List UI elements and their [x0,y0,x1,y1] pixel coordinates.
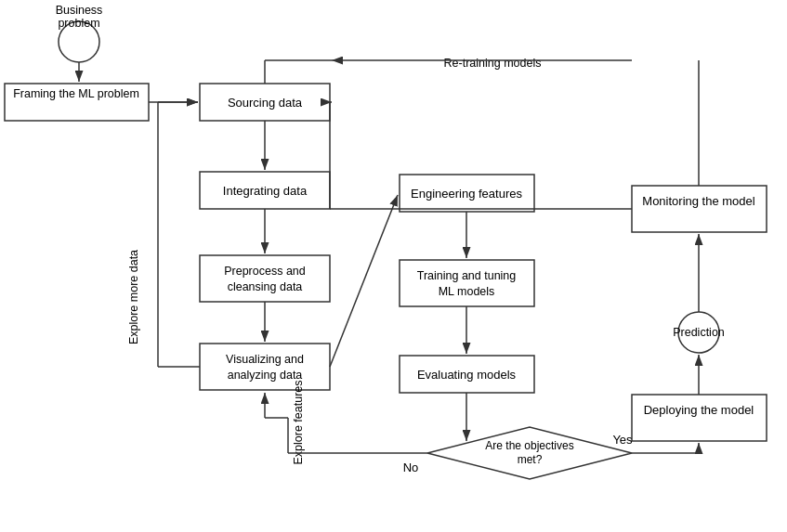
svg-rect-9 [200,255,330,302]
svg-text:Training and tuning: Training and tuning [417,269,517,282]
svg-text:Are the objectives: Are the objectives [485,439,573,452]
svg-text:Deploying the model: Deploying the model [644,403,754,417]
svg-rect-12 [200,344,330,390]
svg-rect-25 [632,186,767,232]
svg-text:Integrating data: Integrating data [223,184,308,198]
svg-text:met?: met? [518,453,543,466]
svg-text:analyzing data: analyzing data [228,369,303,382]
svg-text:Business: Business [56,4,103,17]
svg-text:problem: problem [58,17,99,30]
svg-text:Visualizing and: Visualizing and [226,353,304,366]
svg-text:No: No [403,461,419,474]
svg-text:Evaluating models: Evaluating models [417,368,517,382]
svg-text:Monitoring the model: Monitoring the model [642,194,755,208]
svg-text:cleansing data: cleansing data [228,280,303,293]
diagram-container: Framing the ML problem Sourcing data Int… [0,0,787,532]
svg-text:Framing the ML problem: Framing the ML problem [13,87,139,100]
svg-text:Yes: Yes [612,433,633,447]
svg-text:Explore features: Explore features [292,380,305,464]
svg-text:Re-training models: Re-training models [444,57,542,70]
svg-text:Sourcing data: Sourcing data [228,96,303,110]
svg-rect-28 [632,395,767,441]
svg-text:Preprocess and: Preprocess and [224,265,306,278]
svg-text:Explore more data: Explore more data [127,250,140,344]
svg-line-43 [330,195,398,367]
svg-text:ML models: ML models [439,285,495,298]
svg-text:Prediction: Prediction [673,326,725,339]
svg-rect-17 [400,260,534,306]
svg-text:Engineering features: Engineering features [411,187,522,201]
